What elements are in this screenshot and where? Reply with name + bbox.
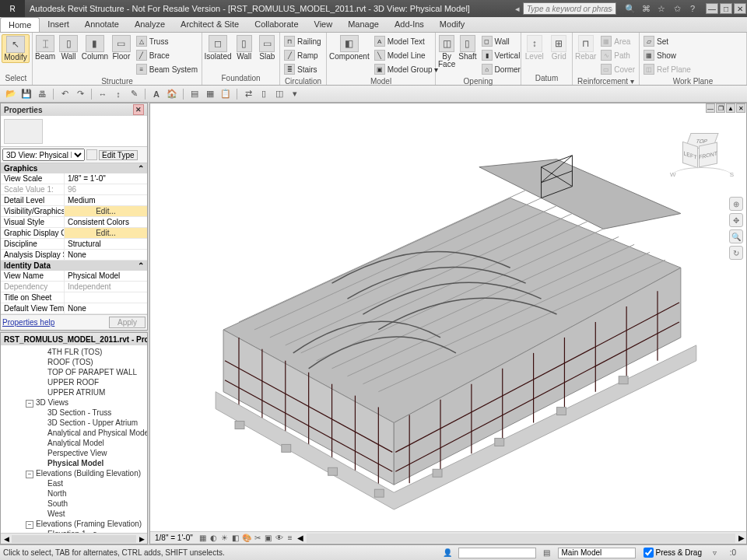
filter-selection-icon[interactable]: ▿	[708, 548, 721, 558]
view-type-select[interactable]: 3D View: Physical Model	[2, 149, 85, 161]
tree-section-truss[interactable]: 3D Section - Truss	[1, 408, 147, 418]
measure-icon[interactable]: ↔	[96, 88, 109, 100]
section-icon[interactable]: ▤	[188, 88, 201, 100]
properties-help-link[interactable]: Properties help	[2, 318, 54, 327]
edit-type-button[interactable]: Edit Type	[99, 150, 138, 160]
properties-close-icon[interactable]: ✕	[133, 104, 144, 115]
tree-perspective[interactable]: Perspective View	[1, 448, 147, 458]
isolated-button[interactable]: ◻Isolated	[204, 34, 232, 61]
favorite-icon[interactable]: ✩	[671, 2, 683, 15]
switch-icon[interactable]: ⇄	[242, 88, 254, 100]
orbit-icon[interactable]: ↻	[729, 246, 743, 260]
tree-analytical[interactable]: Analytical Model	[1, 438, 147, 448]
press-drag-checkbox[interactable]: Press & Drag	[644, 548, 702, 558]
vertical-button[interactable]: ▮Vertical	[479, 48, 523, 62]
tree-section-atrium[interactable]: 3D Section - Upper Atrium	[1, 418, 147, 428]
close-view-icon[interactable]: ▯	[258, 88, 270, 100]
crop-icon[interactable]: ✂	[252, 533, 263, 544]
beam-button[interactable]: ⌶Beam	[34, 34, 56, 61]
design-option-select[interactable]: Main Model	[558, 548, 636, 558]
beam-system-button[interactable]: ≡Beam System	[134, 62, 200, 76]
tab-manage[interactable]: Manage	[340, 17, 387, 32]
tab-modify[interactable]: Modify	[432, 17, 472, 32]
3d-canvas[interactable]	[150, 113, 746, 531]
redo-icon[interactable]: ↷	[74, 88, 86, 100]
tab-insert[interactable]: Insert	[40, 17, 77, 32]
fnd-wall-button[interactable]: ▯Wall	[233, 34, 255, 61]
shadow-icon[interactable]: ◧	[230, 533, 241, 544]
tab-addins[interactable]: Add-Ins	[387, 17, 432, 32]
tab-collaborate[interactable]: Collaborate	[247, 17, 306, 32]
tab-annotate[interactable]: Annotate	[77, 17, 127, 32]
truss-button[interactable]: △Truss	[134, 34, 200, 48]
thin-icon[interactable]: ▦	[204, 88, 216, 100]
modify-button[interactable]: ↖Modify	[2, 34, 30, 63]
open-icon[interactable]: 📂	[5, 88, 17, 100]
tree-upper-atrium[interactable]: UPPER ATRIUM	[1, 387, 147, 397]
view-close-icon[interactable]: ✕	[736, 103, 745, 113]
viewcube-compass[interactable]: W S	[672, 167, 732, 184]
help-search-input[interactable]	[523, 2, 616, 15]
view-maximize-icon[interactable]: ▲	[726, 103, 735, 113]
set-workplane-button[interactable]: ▱Set	[641, 34, 693, 48]
floor-button[interactable]: ▭Floor	[110, 34, 132, 61]
tab-view[interactable]: View	[307, 17, 341, 32]
model-group-button[interactable]: ▣Model Group ▾	[372, 62, 441, 76]
workset-icon[interactable]: 👤	[441, 548, 454, 558]
text-icon[interactable]: A	[150, 88, 163, 100]
tree-south[interactable]: South	[1, 499, 147, 509]
align-icon[interactable]: ↕	[112, 88, 124, 100]
viewcube-left[interactable]: LEFT	[682, 142, 698, 168]
tree-roof[interactable]: ROOF (TOS)	[1, 357, 147, 367]
model-text-button[interactable]: AModel Text	[372, 34, 441, 48]
tree-4th-flr[interactable]: 4TH FLR (TOS)	[1, 347, 147, 357]
ramp-button[interactable]: ╱Ramp	[282, 48, 324, 62]
brace-button[interactable]: ╱Brace	[134, 48, 200, 62]
design-option-icon[interactable]: ▤	[541, 548, 553, 558]
model-line-button[interactable]: ╲Model Line	[372, 48, 441, 62]
render-icon[interactable]: 🎨	[241, 533, 252, 544]
group-graphics[interactable]: Graphics⌃	[1, 163, 147, 173]
tab-home[interactable]: Home	[0, 17, 40, 32]
reveal-icon[interactable]: ≡	[285, 533, 296, 544]
slab-button[interactable]: ▭Slab	[257, 34, 279, 61]
revit-logo-icon[interactable]: R	[0, 0, 25, 17]
minimize-icon[interactable]: —	[706, 3, 718, 14]
key-icon[interactable]: ⌘	[640, 2, 652, 15]
close-icon[interactable]: ✕	[734, 3, 746, 14]
tree-physical-model[interactable]: Physical Model	[1, 458, 147, 468]
tree-upper-roof[interactable]: UPPER ROOF	[1, 377, 147, 387]
view-scale[interactable]: 1/8" = 1'-0"	[150, 534, 198, 542]
apply-button[interactable]: Apply	[109, 317, 146, 328]
3d-icon[interactable]: 🏠	[166, 88, 178, 100]
viewcube-front[interactable]: FRONT	[699, 142, 717, 167]
tree-parapet[interactable]: TOP OF PARAPET WALL	[1, 367, 147, 377]
railing-button[interactable]: ⊓Railing	[282, 34, 324, 48]
steering-wheel-icon[interactable]: ⊕	[729, 197, 743, 211]
print-icon[interactable]: 🖶	[36, 88, 48, 100]
edit-icon[interactable]: ✎	[128, 88, 140, 100]
tree-elev-framing[interactable]: −Elevations (Framing Elevation)	[1, 519, 147, 529]
tree-east[interactable]: East	[1, 478, 147, 488]
window-icon[interactable]: ◫	[273, 88, 286, 100]
by-face-button[interactable]: ◫By Face	[437, 34, 456, 69]
view-icon[interactable]: 📋	[219, 88, 232, 100]
visual-style-icon[interactable]: ◐	[209, 533, 219, 544]
tree-3d-views[interactable]: −3D Views	[1, 397, 147, 408]
tab-analyze[interactable]: Analyze	[127, 17, 173, 32]
pan-icon[interactable]: ✥	[729, 213, 743, 227]
shaft-button[interactable]: ▯Shaft	[458, 34, 477, 61]
view-restore-icon[interactable]: ❐	[716, 103, 725, 113]
tab-architect-site[interactable]: Architect & Site	[173, 17, 247, 32]
scroll-left-icon[interactable]: ◀	[296, 534, 305, 542]
save-icon[interactable]: 💾	[20, 88, 33, 100]
dormer-button[interactable]: ⌂Dormer	[479, 62, 523, 76]
show-workplane-button[interactable]: ▦Show	[641, 48, 693, 62]
workset-select[interactable]	[458, 548, 536, 558]
view-minimize-icon[interactable]: —	[706, 103, 715, 113]
sun-icon[interactable]: ☀	[219, 533, 230, 544]
opening-wall-button[interactable]: ◻Wall	[479, 34, 523, 48]
hide-icon[interactable]: 👁	[274, 533, 285, 544]
browser-scrollbar[interactable]: ◀▶	[1, 533, 147, 544]
scroll-right-icon[interactable]: ▶	[737, 534, 746, 542]
